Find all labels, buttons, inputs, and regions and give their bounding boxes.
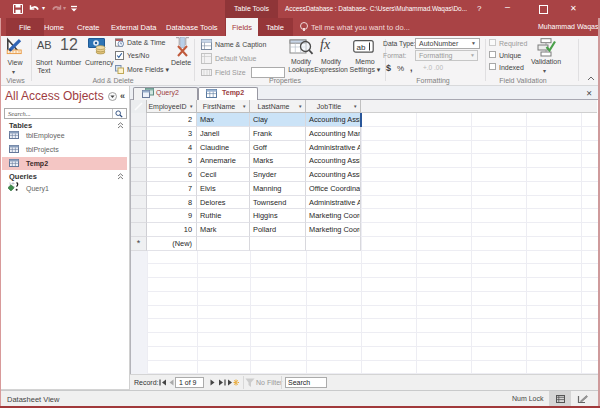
svg-text:ab: ab	[357, 43, 366, 52]
